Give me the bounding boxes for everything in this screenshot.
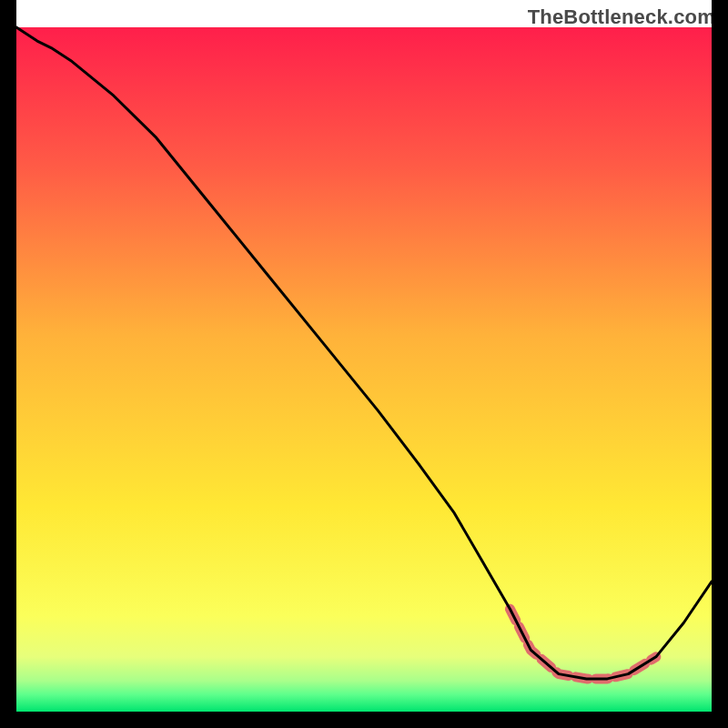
axis-left [0, 0, 16, 728]
chart-canvas: TheBottleneck.com [0, 0, 728, 728]
bottleneck-chart [0, 0, 728, 728]
gradient-panel [16, 27, 712, 712]
axis-right [712, 0, 728, 728]
axis-bottom [0, 712, 728, 728]
